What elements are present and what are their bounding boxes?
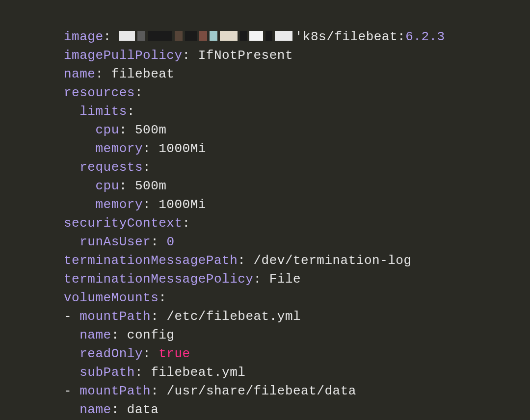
image-suffix: 'k8s/filebeat: (295, 29, 405, 44)
yaml-value: IfNotPresent (198, 48, 293, 63)
yaml-value: 1000Mi (159, 197, 206, 212)
colon: : (183, 48, 198, 63)
yaml-key: readOnly (80, 346, 143, 361)
yaml-code-block: image: 'k8s/filebeat:6.2.3 imagePullPoli… (0, 0, 530, 419)
yaml-key: limits (80, 104, 127, 119)
yaml-value: 1000Mi (159, 141, 206, 156)
colon: : (143, 197, 159, 212)
list-dash: - (64, 309, 80, 324)
yaml-key: name (80, 402, 111, 417)
colon: : (135, 365, 151, 380)
colon: : (151, 235, 166, 249)
colon: : (119, 123, 135, 137)
colon: : (183, 216, 190, 231)
yaml-value: /usr/share/filebeat/data (166, 384, 356, 398)
yaml-key: cpu (95, 179, 119, 193)
yaml-key: terminationMessagePath (64, 253, 238, 268)
colon: : (159, 290, 166, 305)
yaml-key: memory (95, 197, 143, 212)
yaml-value: filebeat (111, 67, 175, 81)
yaml-key: imagePullPolicy (64, 48, 183, 63)
yaml-key: runAsUser (80, 235, 151, 249)
yaml-key: terminationMessagePolicy (64, 272, 253, 287)
yaml-value: data (127, 402, 159, 417)
yaml-value: config (127, 328, 175, 342)
yaml-key: image (64, 29, 104, 44)
yaml-key: requests (80, 160, 143, 175)
colon: : (238, 253, 253, 268)
yaml-value: /dev/termination-log (253, 253, 411, 268)
yaml-key: cpu (95, 123, 119, 137)
yaml-value: File (269, 272, 301, 287)
colon: : (143, 346, 159, 361)
yaml-key: volumeMounts (64, 290, 159, 305)
colon: : (135, 85, 143, 100)
colon: : (111, 328, 127, 342)
yaml-key: subPath (80, 365, 135, 380)
yaml-value: 0 (166, 235, 174, 249)
image-version: 6.2.3 (405, 29, 445, 44)
yaml-value: filebeat.yml (151, 365, 245, 380)
colon: : (127, 104, 135, 119)
colon: : (104, 29, 119, 44)
yaml-key: memory (95, 141, 143, 156)
colon: : (143, 160, 151, 175)
yaml-value: /etc/filebeat.yml (166, 309, 301, 324)
yaml-key: mountPath (80, 384, 151, 398)
colon: : (111, 402, 127, 417)
colon: : (143, 141, 159, 156)
colon: : (95, 67, 111, 81)
list-dash: - (64, 384, 80, 398)
colon: : (151, 309, 166, 324)
colon: : (151, 384, 166, 398)
yaml-value: 500m (135, 179, 166, 193)
yaml-value: 500m (135, 123, 166, 137)
colon: : (119, 179, 135, 193)
yaml-key: name (64, 67, 95, 81)
colon: : (253, 272, 269, 287)
redacted-registry (119, 28, 295, 38)
yaml-key: resources (64, 85, 135, 100)
yaml-key: mountPath (80, 309, 151, 324)
yaml-key: name (80, 328, 111, 342)
yaml-key: securityContext (64, 216, 183, 231)
yaml-bool: true (159, 346, 190, 361)
